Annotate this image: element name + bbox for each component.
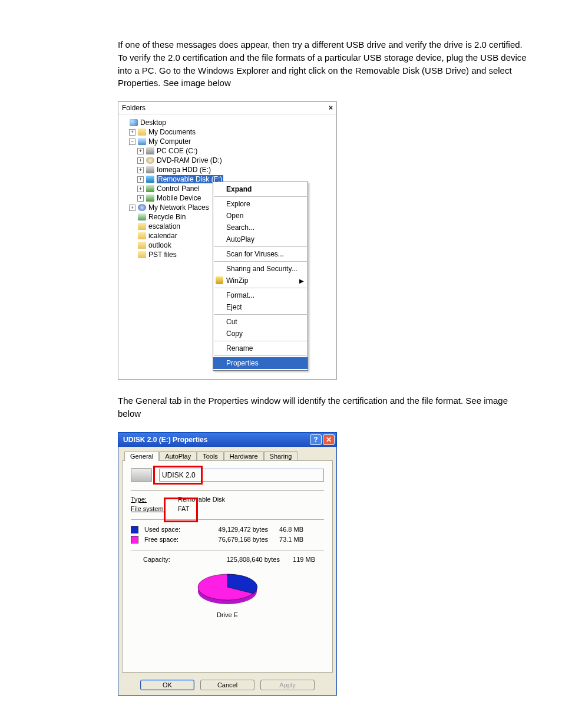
expand-icon[interactable]: + bbox=[137, 157, 144, 164]
menu-item-label: Expand bbox=[226, 185, 252, 193]
menu-item[interactable]: Cut bbox=[213, 316, 308, 328]
properties-dialog: UDISK 2.0 (E:) Properties ? ✕ GeneralAut… bbox=[118, 432, 337, 696]
folder-icon bbox=[138, 242, 146, 249]
net-icon bbox=[138, 204, 146, 211]
expand-icon[interactable]: + bbox=[129, 205, 135, 211]
expand-icon[interactable]: + bbox=[137, 186, 144, 192]
tab-hardware[interactable]: Hardware bbox=[224, 451, 264, 461]
menu-item-label: Copy bbox=[226, 330, 243, 338]
tree-item[interactable]: +Iomega HDD (E:) bbox=[121, 165, 334, 174]
tab-sharing[interactable]: Sharing bbox=[264, 451, 298, 461]
menu-separator bbox=[214, 196, 307, 197]
tree-item-label: Mobile Device bbox=[157, 194, 201, 202]
menu-separator bbox=[214, 355, 307, 356]
menu-item[interactable]: Sharing and Security... bbox=[213, 263, 308, 275]
capacity-mb: 119 MB bbox=[280, 556, 315, 563]
volume-name-field[interactable]: UDISK 2.0 bbox=[159, 469, 324, 482]
capacity-label: Capacity: bbox=[131, 556, 209, 563]
expand-icon[interactable]: + bbox=[137, 176, 144, 183]
tree-item-label: My Network Places bbox=[148, 203, 209, 212]
tab-general[interactable]: General bbox=[124, 451, 159, 461]
instruction-paragraph-2: The General tab in the Properties window… bbox=[118, 394, 530, 420]
menu-item-label: Explore bbox=[226, 200, 250, 208]
tree-item-label: icalendar bbox=[148, 232, 177, 240]
free-swatch bbox=[131, 536, 138, 543]
used-bytes: 49,129,472 bytes bbox=[197, 526, 268, 533]
pie-chart bbox=[192, 568, 263, 609]
winzip-icon bbox=[216, 276, 223, 284]
desktop-icon bbox=[130, 119, 138, 126]
menu-item-label: Eject bbox=[226, 303, 242, 311]
tree-item[interactable]: +PC COE (C:) bbox=[121, 146, 334, 156]
rem-icon bbox=[146, 176, 154, 183]
close-icon[interactable]: ✕ bbox=[323, 434, 335, 445]
menu-separator bbox=[214, 341, 307, 341]
tree-item-label: PST files bbox=[148, 251, 177, 259]
menu-item-label: Cut bbox=[226, 318, 237, 326]
tab-tools[interactable]: Tools bbox=[197, 451, 224, 461]
menu-item-label: AutoPlay bbox=[226, 235, 254, 243]
comp-icon bbox=[138, 138, 146, 145]
menu-item[interactable]: AutoPlay bbox=[213, 233, 308, 245]
menu-item[interactable]: Format... bbox=[213, 289, 308, 301]
expand-icon[interactable]: + bbox=[137, 148, 144, 154]
menu-item[interactable]: WinZip▶ bbox=[213, 275, 308, 286]
menu-item-label: Format... bbox=[226, 291, 254, 299]
tab-autoplay[interactable]: AutoPlay bbox=[159, 451, 197, 461]
submenu-arrow-icon: ▶ bbox=[299, 278, 304, 284]
explorer-screenshot: Folders × Desktop+My Documents−My Comput… bbox=[118, 101, 337, 380]
menu-item[interactable]: Eject bbox=[213, 301, 308, 313]
close-icon[interactable]: × bbox=[329, 104, 333, 112]
menu-item[interactable]: Rename bbox=[213, 342, 308, 354]
menu-separator bbox=[214, 288, 307, 288]
tree-item-label: Iomega HDD (E:) bbox=[157, 166, 211, 174]
tree-item-label: outlook bbox=[148, 241, 171, 249]
folder-icon bbox=[138, 251, 146, 258]
folders-pane-title: Folders bbox=[122, 104, 146, 112]
cp-icon bbox=[146, 185, 154, 192]
free-mb: 73.1 MB bbox=[268, 536, 303, 543]
expand-icon[interactable]: + bbox=[137, 167, 144, 173]
menu-item[interactable]: Copy bbox=[213, 328, 308, 340]
used-swatch bbox=[131, 526, 138, 533]
menu-item[interactable]: Scan for Viruses... bbox=[213, 248, 308, 260]
volume-name-value: UDISK 2.0 bbox=[162, 471, 196, 479]
tree-item[interactable]: +DVD-RAM Drive (D:) bbox=[121, 156, 334, 165]
drive-icon bbox=[146, 166, 154, 173]
window-title: UDISK 2.0 (E:) Properties bbox=[123, 436, 207, 444]
tree-item-label: Control Panel bbox=[157, 185, 200, 193]
tree-item[interactable]: −My Computer bbox=[121, 137, 334, 146]
ok-button[interactable]: OK bbox=[140, 680, 194, 690]
help-icon[interactable]: ? bbox=[310, 434, 322, 445]
menu-item[interactable]: Explore bbox=[213, 198, 308, 210]
cancel-button[interactable]: Cancel bbox=[200, 680, 254, 690]
expand-icon[interactable]: + bbox=[137, 195, 144, 202]
filesystem-label: File system: bbox=[131, 505, 173, 512]
expand-icon[interactable]: + bbox=[129, 129, 135, 136]
filesystem-value: FAT bbox=[178, 505, 189, 512]
cp-icon bbox=[146, 195, 154, 202]
menu-item-label: Scan for Viruses... bbox=[226, 250, 284, 258]
menu-separator bbox=[214, 261, 307, 262]
drive-icon bbox=[131, 468, 152, 482]
menu-separator bbox=[214, 246, 307, 247]
context-menu[interactable]: ExpandExploreOpenSearch...AutoPlayScan f… bbox=[213, 182, 308, 371]
folder-icon bbox=[138, 232, 146, 239]
tree-item-label: escalation bbox=[148, 222, 180, 230]
menu-item[interactable]: Search... bbox=[213, 222, 308, 233]
type-value: Removable Disk bbox=[178, 496, 225, 503]
tree-item[interactable]: +My Documents bbox=[121, 127, 334, 137]
menu-item[interactable]: Open bbox=[213, 210, 308, 222]
tree-item[interactable]: Desktop bbox=[121, 118, 334, 127]
folder-icon bbox=[138, 129, 146, 136]
menu-item[interactable]: Properties bbox=[213, 357, 308, 369]
tree-item-label: My Computer bbox=[148, 137, 191, 146]
tree-item-label: My Documents bbox=[148, 128, 196, 136]
tree-item-label: PC COE (C:) bbox=[157, 147, 197, 155]
menu-item[interactable]: Expand bbox=[213, 183, 308, 195]
titlebar: UDISK 2.0 (E:) Properties ? ✕ bbox=[118, 433, 336, 447]
free-label: Free space: bbox=[144, 536, 197, 543]
capacity-bytes: 125,808,640 bytes bbox=[209, 556, 280, 563]
expand-icon[interactable]: − bbox=[129, 139, 135, 145]
tab-strip[interactable]: GeneralAutoPlayToolsHardwareSharing bbox=[118, 447, 336, 460]
